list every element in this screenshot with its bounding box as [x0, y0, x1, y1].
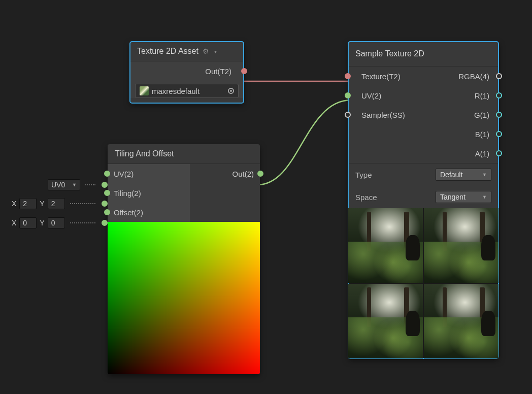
- output-port-g[interactable]: [496, 112, 502, 118]
- node-preview-sample: [348, 208, 498, 358]
- input-port-sampler[interactable]: [345, 112, 351, 118]
- prop-label-type: Type: [355, 171, 436, 179]
- axis-label-y: Y: [40, 219, 44, 227]
- texture-thumb-icon: [140, 86, 149, 95]
- node-title: Texture 2D Asset: [137, 47, 198, 56]
- node-header[interactable]: Sample Texture 2D: [348, 42, 498, 67]
- port-label-texture: Texture(T2): [361, 72, 401, 81]
- tiling-y-input[interactable]: [48, 198, 65, 209]
- port-label-out: Out(T2): [205, 67, 231, 76]
- chevron-down-icon: ▼: [482, 172, 487, 177]
- texture-asset-name: maxresdefault: [152, 87, 200, 95]
- node-header[interactable]: Tiling And Offset: [108, 144, 260, 164]
- port-label-rgba: RGBA(4): [458, 72, 489, 81]
- output-port-a[interactable]: [496, 150, 502, 156]
- node-preview-gradient: [108, 222, 260, 374]
- node-header[interactable]: Texture 2D Asset ⚙ ▾: [130, 42, 244, 61]
- input-port-uv[interactable]: [104, 171, 110, 177]
- axis-label-y: Y: [40, 200, 44, 208]
- input-port-uv[interactable]: [345, 92, 351, 98]
- uv-channel-dropdown[interactable]: UV0 ▼: [48, 179, 80, 190]
- ext-tiling-xy: X Y: [12, 197, 108, 210]
- connector-dash: [70, 203, 95, 204]
- port-label-sampler: Sampler(SS): [361, 111, 405, 119]
- port-label-g: G(1): [474, 111, 489, 119]
- node-title: Sample Texture 2D: [355, 49, 424, 58]
- type-dropdown[interactable]: Default ▼: [436, 169, 491, 181]
- uv-channel-value: UV0: [51, 181, 65, 189]
- chevron-down-icon: ▼: [72, 182, 77, 187]
- port-label-uv: UV(2): [361, 91, 381, 100]
- tiling-x-input[interactable]: [19, 198, 37, 209]
- node-texture-2d-asset[interactable]: Texture 2D Asset ⚙ ▾ Out(T2) maxresdefau…: [130, 42, 244, 103]
- port-label-tiling: Tiling(2): [114, 189, 141, 198]
- connector-dash: [85, 184, 95, 185]
- ext-offset-xy: X Y: [12, 216, 108, 229]
- space-dropdown[interactable]: Tangent ▼: [436, 191, 491, 203]
- output-port-r[interactable]: [496, 92, 502, 98]
- connector-dash: [70, 222, 95, 223]
- node-sample-texture-2d[interactable]: Sample Texture 2D Texture(T2) UV(2) Samp…: [348, 42, 498, 358]
- type-dropdown-value: Default: [440, 171, 462, 179]
- port-label-b: B(1): [475, 130, 489, 139]
- ext-port[interactable]: [102, 220, 108, 226]
- port-label-offset: Offset(2): [114, 208, 143, 217]
- ext-uv-channel: UV0 ▼: [48, 178, 108, 191]
- node-title: Tiling And Offset: [115, 149, 174, 158]
- input-port-texture[interactable]: [345, 73, 351, 79]
- output-port-b[interactable]: [496, 131, 502, 137]
- output-port-out[interactable]: [257, 171, 263, 177]
- axis-label-x: X: [12, 219, 16, 227]
- prop-label-space: Space: [355, 193, 436, 202]
- gear-icon[interactable]: ⚙: [203, 47, 209, 55]
- ext-port[interactable]: [102, 182, 108, 188]
- chevron-down-icon: ▼: [482, 194, 487, 200]
- port-label-out: Out(2): [232, 170, 254, 178]
- port-label-a: A(1): [475, 149, 489, 158]
- object-picker-icon[interactable]: [228, 88, 234, 94]
- space-dropdown-value: Tangent: [440, 193, 466, 201]
- offset-x-input[interactable]: [19, 217, 37, 228]
- axis-label-x: X: [12, 200, 16, 208]
- output-port-texture[interactable]: [241, 68, 247, 74]
- chevron-down-icon[interactable]: ▾: [214, 49, 217, 54]
- offset-y-input[interactable]: [48, 217, 65, 228]
- texture-asset-field[interactable]: maxresdefault: [135, 84, 239, 98]
- port-label-r: R(1): [475, 91, 489, 100]
- ext-port[interactable]: [102, 201, 108, 207]
- output-port-rgba[interactable]: [496, 73, 502, 79]
- port-label-uv: UV(2): [114, 170, 134, 178]
- node-tiling-and-offset[interactable]: Tiling And Offset UV(2) Out(2) Tiling(2)…: [108, 144, 260, 374]
